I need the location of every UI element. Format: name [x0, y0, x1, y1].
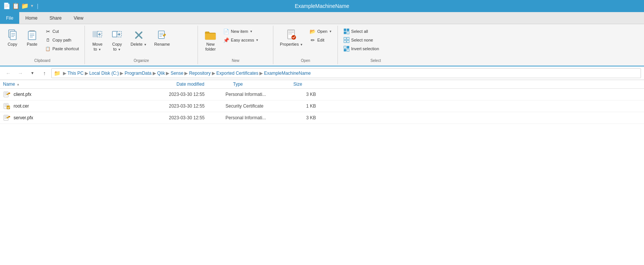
file-type: Personal Informati...: [225, 115, 286, 120]
copy-to-icon: [111, 29, 123, 41]
edit-icon: ✏: [310, 37, 316, 43]
new-item-icon: 📄: [223, 28, 229, 34]
open-buttons: Properties ▼ 📂 Open ▼ ✏ Edit: [276, 27, 334, 63]
table-row[interactable]: client.pfx 2023-03-30 12:55 Personal Inf…: [0, 89, 644, 100]
rename-button[interactable]: Rename: [151, 27, 173, 49]
menu-bar: File Home Share View: [0, 12, 644, 24]
sort-arrow: ▲: [17, 83, 20, 86]
client-pfx-icon: [3, 91, 11, 98]
menu-item-home[interactable]: Home: [19, 12, 43, 24]
edit-button[interactable]: ✏ Edit: [307, 36, 334, 44]
path-qlik[interactable]: Qlik: [157, 71, 165, 76]
menu-item-file[interactable]: File: [0, 12, 19, 24]
properties-button[interactable]: Properties ▼: [276, 27, 306, 49]
header-size[interactable]: Size: [293, 82, 324, 87]
menu-item-view[interactable]: View: [67, 12, 89, 24]
file-name: root.cer: [14, 103, 29, 109]
path-repository[interactable]: Repository: [189, 71, 210, 76]
delete-button[interactable]: Delete ▼: [127, 27, 150, 49]
paste-label: Paste: [27, 42, 37, 47]
svg-rect-36: [5, 92, 8, 93]
select-all-button[interactable]: Select all: [341, 27, 382, 35]
easy-access-button[interactable]: 📌 Easy access ▼: [221, 36, 261, 44]
dropdown-button[interactable]: ▼: [27, 68, 38, 79]
copy-to-label: Copyto ▼: [112, 42, 122, 52]
quick-access-arrow: ▼: [30, 4, 34, 8]
svg-rect-41: [5, 104, 8, 105]
path-programdata[interactable]: ProgramData: [124, 71, 151, 76]
path-exported-certs[interactable]: Exported Certificates: [216, 71, 258, 76]
svg-rect-27: [344, 37, 346, 40]
easy-access-icon: 📌: [223, 37, 229, 43]
title-bar: 📄 📋 📁 ▼ | ExampleMachineName: [0, 0, 644, 12]
select-buttons: Select all Select none: [341, 27, 382, 63]
paste-button[interactable]: Paste: [23, 27, 41, 49]
title-separator: |: [37, 3, 38, 9]
open-button[interactable]: 📂 Open ▼: [307, 27, 334, 35]
address-path[interactable]: 📁 ▶ This PC ▶ Local Disk (C:) ▶ ProgramD…: [51, 68, 641, 78]
up-button[interactable]: ↑: [39, 68, 50, 79]
new-item-button[interactable]: 📄 New item ▼: [221, 27, 261, 35]
svg-rect-23: [344, 29, 346, 31]
rename-label: Rename: [154, 42, 170, 47]
cut-button[interactable]: ✂ Cut: [42, 27, 81, 35]
menu-item-share[interactable]: Share: [43, 12, 67, 24]
svg-rect-21: [288, 34, 292, 34]
organize-buttons: Moveto ▼ Copyto ▼: [88, 27, 173, 63]
ribbon: Copy Paste ✂ Cut: [0, 24, 644, 66]
copy-path-button[interactable]: 🗒 Copy path: [42, 36, 81, 44]
invert-selection-button[interactable]: Invert selection: [341, 45, 382, 53]
header-type[interactable]: Type: [233, 82, 293, 87]
new-folder-button[interactable]: Newfolder: [201, 27, 220, 54]
folder-icon-path: 📁: [54, 70, 60, 76]
move-to-button[interactable]: Moveto ▼: [88, 27, 107, 54]
header-date[interactable]: Date modified: [176, 82, 233, 87]
svg-point-39: [9, 92, 10, 94]
open-icon: 📂: [310, 28, 316, 34]
copy-path-icon: 🗒: [45, 37, 51, 43]
properties-label: Properties ▼: [280, 42, 303, 47]
svg-rect-48: [5, 118, 6, 119]
main-content: Name ▲ Date modified Type Size: [0, 80, 644, 265]
open-arrow: ▼: [329, 30, 332, 33]
svg-point-49: [9, 116, 10, 117]
select-none-button[interactable]: Select none: [341, 36, 382, 44]
clipboard-small-buttons: ✂ Cut 🗒 Copy path 📋 Paste shortcut: [42, 27, 81, 58]
svg-rect-19: [288, 31, 294, 31]
svg-rect-30: [347, 40, 349, 43]
folder-icon: 📁: [21, 2, 29, 9]
path-sense[interactable]: Sense: [170, 71, 183, 76]
paste-shortcut-button[interactable]: 📋 Paste shortcut: [42, 45, 81, 53]
header-name[interactable]: Name ▲: [3, 82, 176, 87]
file-date: 2023-03-30 12:55: [169, 92, 225, 97]
copy-label: Copy: [8, 42, 17, 47]
svg-rect-10: [93, 31, 97, 37]
svg-rect-33: [344, 49, 346, 51]
path-this-pc[interactable]: This PC: [67, 71, 84, 76]
svg-rect-20: [288, 32, 294, 33]
delete-label: Delete ▼: [130, 42, 147, 47]
server-pfx-icon: [3, 114, 11, 122]
paste-icon: [26, 29, 38, 41]
easy-access-arrow: ▼: [256, 39, 259, 42]
delete-icon: [133, 29, 145, 41]
file-name-cell: client.pfx: [3, 91, 169, 98]
file-name: server.pfx: [14, 115, 33, 120]
path-local-disk[interactable]: Local Disk (C:): [89, 71, 119, 76]
path-machine-name[interactable]: ExampleMachineName: [264, 71, 311, 76]
table-row[interactable]: root.cer 2023-03-30 12:55 Security Certi…: [0, 100, 644, 112]
clipboard-label: Clipboard: [0, 59, 84, 63]
copy-button[interactable]: Copy: [3, 27, 22, 49]
svg-rect-25: [344, 32, 346, 34]
clipboard-buttons: Copy Paste ✂ Cut: [3, 27, 81, 63]
file-list: Name ▲ Date modified Type Size: [0, 80, 644, 265]
table-row[interactable]: server.pfx 2023-03-30 12:55 Personal Inf…: [0, 112, 644, 124]
svg-rect-31: [344, 46, 346, 48]
file-size: 3 KB: [286, 92, 316, 97]
file-name-cell: server.pfx: [3, 114, 169, 122]
back-button[interactable]: ←: [3, 68, 14, 79]
select-label: Select: [338, 59, 413, 63]
forward-button[interactable]: →: [15, 68, 26, 79]
file-list-header: Name ▲ Date modified Type Size: [0, 80, 644, 89]
copy-to-button[interactable]: Copyto ▼: [107, 27, 126, 54]
